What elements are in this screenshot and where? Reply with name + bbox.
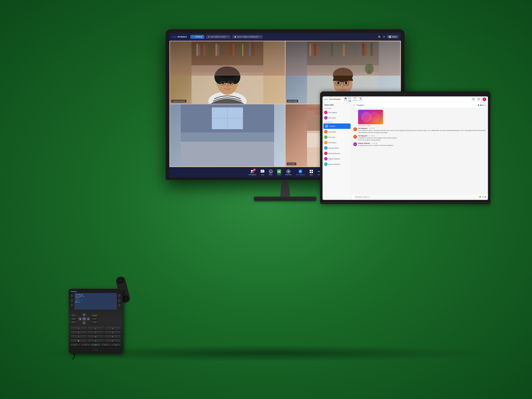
nav-phone[interactable]: Phone: [359, 97, 362, 101]
user-avatar[interactable]: L: [482, 97, 486, 101]
phone-call-icon[interactable]: 📞: [482, 104, 484, 106]
svg-point-58: [337, 82, 340, 84]
key-6[interactable]: 6: [105, 331, 120, 334]
sidebar-item-panchat[interactable]: P Pan chat: [323, 134, 351, 140]
nav-up[interactable]: ▲: [82, 313, 86, 317]
key-7[interactable]: 7: [71, 335, 87, 338]
add-member-icon[interactable]: 👤: [478, 104, 479, 106]
toolbar-apps[interactable]: Apps: [309, 169, 313, 175]
phone-bottom-label: HD Voice: [71, 348, 120, 351]
sidebar-item-sal[interactable]: S Sal Aldana: [323, 140, 351, 145]
toolbar-chat[interactable]: Chat: [260, 169, 265, 175]
whiteboard-tab[interactable]: 📋 Rocco Tapia's whiteboard ✕: [232, 35, 263, 39]
vol-down-btn[interactable]: Vol-: [71, 344, 80, 346]
sidebar-item-george[interactable]: G George Sierra: [323, 145, 351, 151]
svg-point-93: [269, 170, 272, 173]
screen-share-tab[interactable]: 🖥 Lea Hahn's screen ✕: [206, 35, 230, 39]
key-0[interactable]: 0: [88, 339, 103, 342]
func-btn-1[interactable]: Menu: [71, 314, 76, 317]
sidebar-label-marketing: Marketing: [328, 131, 336, 133]
message-input[interactable]: [353, 195, 478, 199]
phone-screen: Call Manager Phone: 555-0134 12:34 PM Li…: [74, 293, 117, 310]
attach-button[interactable]: 📎: [482, 196, 484, 198]
nav-ok[interactable]: OK: [82, 317, 86, 321]
softkey-5[interactable]: [118, 299, 120, 303]
nav-home[interactable]: Home: [344, 97, 347, 101]
toolbar-host-tools[interactable]: Host tools: [285, 169, 292, 175]
softkey-6[interactable]: [118, 304, 120, 308]
key-1[interactable]: 1: [71, 327, 87, 330]
send-button[interactable]: ▶: [485, 196, 486, 198]
video-call-icon[interactable]: 📹: [480, 104, 482, 106]
starred-section: Starred: [323, 107, 351, 110]
sidebar-item-marketing[interactable]: M Marketing: [323, 129, 351, 134]
func-btn-3[interactable]: Hold: [71, 321, 76, 323]
toolbar-participants[interactable]: 3 Participants: [248, 169, 256, 175]
sidebar-item-karen[interactable]: K Karen Anderson: [323, 161, 351, 167]
screen-line-2: Phone: 555-0134: [76, 296, 116, 297]
line-2-indicator[interactable]: Line 2: [80, 299, 84, 301]
name-label-lindsay: Lindsay Sanchez: [171, 100, 186, 102]
mute-btn[interactable]: Mute: [101, 344, 110, 346]
answer-btn[interactable]: Answer: [92, 314, 98, 317]
sidebar-item-creative[interactable]: # Creative: [323, 123, 351, 129]
search-button[interactable]: 🔍: [472, 97, 475, 101]
input-actions: 😊 📎 ▶: [479, 196, 486, 198]
transfer-btn[interactable]: Trans: [92, 321, 98, 323]
svg-point-32: [229, 82, 232, 84]
key-5[interactable]: 5: [88, 331, 103, 334]
toolbar-share[interactable]: Share: [277, 169, 281, 175]
softkey-1[interactable]: [71, 294, 73, 298]
end-btn[interactable]: End: [92, 318, 98, 320]
nav-right[interactable]: ▶: [86, 317, 90, 321]
headset-btn[interactable]: Hdst: [91, 344, 100, 346]
svg-rect-91: [261, 171, 264, 171]
chat-nav-icons: 🔍 ⚙ L: [472, 97, 486, 101]
sidebar-item-tim[interactable]: T Tim Rogers: [323, 110, 351, 115]
meeting-tab-active[interactable]: 📹 Meeting: [190, 35, 204, 39]
key-hash[interactable]: #: [105, 339, 120, 342]
toolbar-ai-companion[interactable]: AI AI Companion: [296, 169, 305, 175]
nav-meetings[interactable]: Meetings: [352, 97, 357, 101]
speaker-btn[interactable]: Spkr: [111, 344, 120, 346]
svg-point-59: [345, 82, 347, 84]
search-channel-icon[interactable]: 🔍: [484, 104, 486, 106]
line-1-indicator[interactable]: Line 1: [76, 299, 80, 301]
whiteboard-tab-close[interactable]: ✕: [259, 36, 261, 38]
meetings-icon: [354, 97, 356, 100]
status-text: Ready: [77, 302, 80, 303]
avatar-ted: T: [353, 127, 357, 131]
key-8[interactable]: 8: [88, 335, 103, 338]
sidebar-item-sheena[interactable]: S Sheena Reeves: [323, 151, 351, 156]
sidebar-item-ben[interactable]: B Ben Davis: [323, 115, 351, 120]
phone-left-softkeys: [71, 293, 73, 308]
react-icon: [269, 169, 273, 173]
key-9[interactable]: 9: [105, 335, 120, 338]
emoji-button[interactable]: 😊: [479, 196, 481, 198]
func-btn-2[interactable]: Back: [71, 318, 76, 320]
nav-down[interactable]: ▼: [82, 321, 86, 325]
message-time-1: 11:29 AM: [369, 128, 375, 129]
softkey-4[interactable]: [118, 294, 120, 298]
chat-app-label: Zoom Workplace: [329, 99, 341, 100]
key-4[interactable]: 4: [71, 331, 87, 334]
sidebar-label-george: George Sierra: [328, 147, 339, 149]
key-3[interactable]: 3: [105, 327, 120, 330]
svg-text:AI: AI: [300, 171, 301, 173]
toolbar-react[interactable]: React: [269, 169, 273, 175]
softkey-3[interactable]: [71, 304, 73, 308]
nav-left[interactable]: ◀: [78, 317, 82, 321]
participants-label: Participants: [248, 174, 256, 175]
nav-chat[interactable]: Chat: [348, 97, 351, 101]
sidebar-item-rajesh[interactable]: R Rajesh Sharma: [323, 156, 351, 161]
views-button[interactable]: Views: [387, 35, 398, 38]
key-2[interactable]: 2: [88, 327, 103, 330]
settings-button[interactable]: ⚙: [477, 97, 481, 101]
svg-point-119: [369, 112, 380, 122]
softkey-2[interactable]: [71, 299, 73, 303]
bg-office-svg: [170, 104, 285, 167]
key-star[interactable]: ✱: [71, 339, 87, 342]
react-svg: [269, 169, 273, 173]
vol-up-btn[interactable]: Vol+: [81, 344, 90, 346]
screen-tab-close[interactable]: ✕: [227, 36, 228, 38]
